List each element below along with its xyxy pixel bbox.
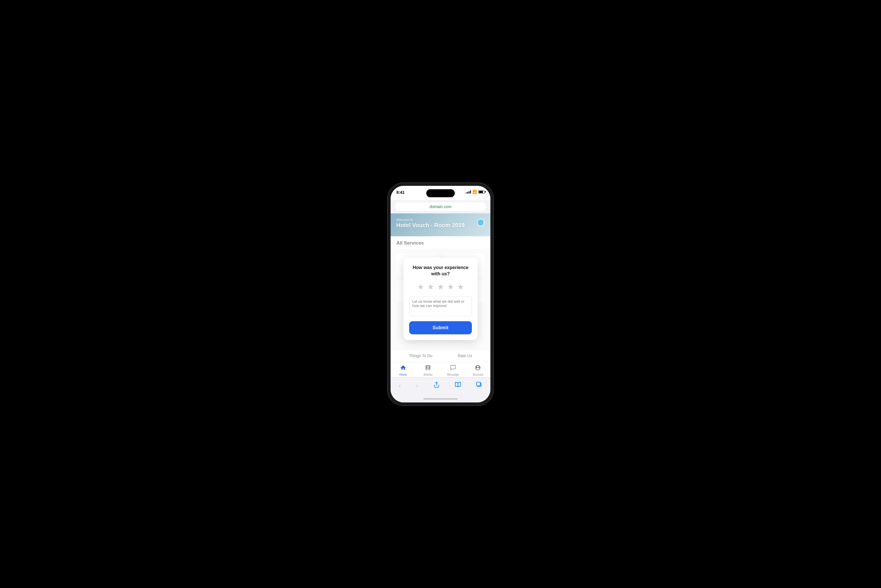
star-1[interactable]: ★	[417, 282, 424, 292]
phone-screen: 9:41 📶 domain.com	[390, 186, 491, 402]
scroll-content[interactable]: How was your experience with us? ★ ★ ★ ★…	[390, 249, 491, 349]
rating-modal: How was your experience with us? ★ ★ ★ ★…	[404, 258, 477, 340]
url-bar[interactable]: domain.com	[395, 202, 486, 211]
dynamic-island	[426, 189, 455, 197]
message-icon	[450, 364, 456, 372]
svg-rect-1	[477, 382, 480, 386]
tab-message[interactable]: Message	[444, 364, 462, 376]
account-icon	[475, 364, 481, 372]
rating-question: How was your experience with us?	[409, 264, 472, 278]
tabs-button[interactable]	[474, 381, 485, 390]
share-button[interactable]	[431, 381, 442, 390]
tab-activity[interactable]: Activity	[419, 364, 437, 376]
globe-chevron: ▾	[483, 221, 485, 224]
browser-bar: domain.com	[390, 200, 491, 213]
status-icons: 📶	[466, 190, 485, 194]
globe-icon: 🌐	[478, 220, 483, 225]
content-area: Welcome to Hotel Vouch - Room 2019 🌐 ▾ A…	[390, 213, 491, 362]
forward-button[interactable]: ›	[414, 381, 420, 391]
tab-account-label: Account	[473, 373, 483, 376]
activity-icon	[425, 364, 431, 372]
tab-bar: Home Activity Message	[390, 362, 491, 377]
status-time: 9:41	[396, 190, 405, 195]
star-3[interactable]: ★	[437, 282, 444, 292]
status-bar: 9:41 📶	[390, 186, 491, 200]
phone-frame: 9:41 📶 domain.com	[388, 183, 493, 405]
globe-button[interactable]: 🌐 ▾	[477, 218, 486, 227]
submit-button[interactable]: Submit	[409, 321, 472, 334]
back-button[interactable]: ‹	[396, 381, 403, 391]
hero-section: Welcome to Hotel Vouch - Room 2019 🌐 ▾	[390, 213, 491, 236]
star-2[interactable]: ★	[427, 282, 434, 292]
bookmarks-button[interactable]	[452, 381, 463, 390]
services-title: All Services	[396, 240, 485, 246]
tab-home[interactable]: Home	[395, 364, 412, 376]
things-to-do-link[interactable]: Things To Do	[409, 353, 432, 358]
home-indicator	[390, 396, 491, 402]
signal-icon	[466, 190, 471, 194]
home-bar	[423, 398, 458, 400]
stars-row[interactable]: ★ ★ ★ ★ ★	[409, 282, 472, 292]
star-5[interactable]: ★	[457, 282, 464, 292]
wifi-icon: 📶	[473, 190, 477, 194]
bottom-links: Things To Do Rate Us	[390, 349, 491, 362]
battery-icon	[479, 190, 485, 194]
tab-home-label: Home	[399, 373, 407, 376]
tab-message-label: Message	[447, 373, 459, 376]
rate-us-link[interactable]: Rate Us	[458, 353, 472, 358]
home-icon	[400, 364, 406, 372]
feedback-textarea[interactable]	[409, 296, 472, 316]
services-section: All Services	[390, 236, 491, 249]
tab-activity-label: Activity	[423, 373, 432, 376]
hero-subtitle: Welcome to	[396, 218, 485, 222]
hero-title: Hotel Vouch - Room 2019	[396, 222, 485, 229]
tab-account[interactable]: Account	[469, 364, 486, 376]
star-4[interactable]: ★	[447, 282, 454, 292]
safari-toolbar: ‹ ›	[390, 377, 491, 396]
